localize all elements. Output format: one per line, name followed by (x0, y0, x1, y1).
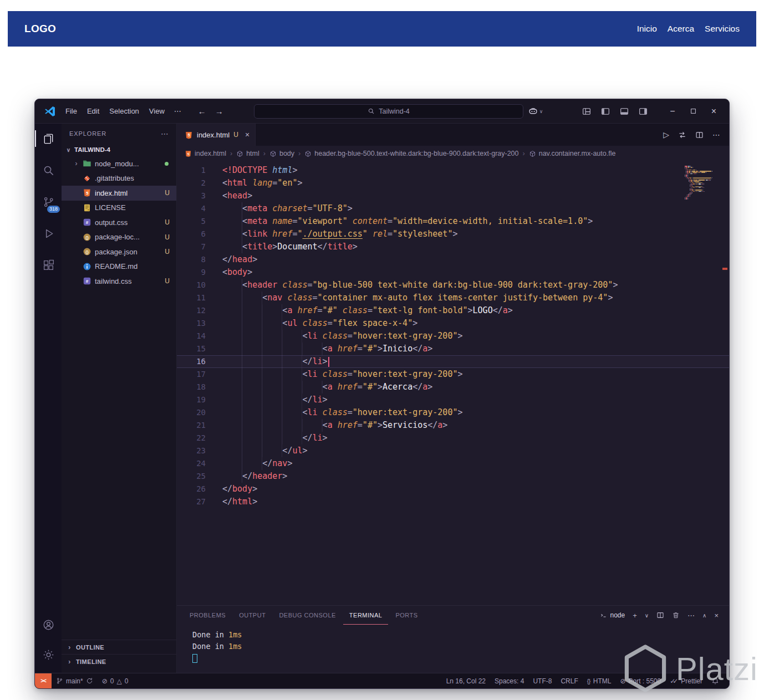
split-terminal-icon[interactable] (653, 611, 668, 619)
prettier-status[interactable]: ✓✓ Prettier (665, 673, 707, 688)
menu-edit[interactable]: Edit (82, 107, 104, 115)
encoding[interactable]: UTF-8 (528, 673, 556, 688)
notifications-bell[interactable] (707, 673, 724, 688)
code-line[interactable]: 27</html> (177, 495, 729, 508)
file-row-node-modu[interactable]: ›node_modu... (62, 156, 176, 171)
code-line[interactable]: 26</body> (177, 483, 729, 495)
close-window-button[interactable]: × (704, 106, 724, 116)
copilot-button[interactable]: ∨ (528, 106, 543, 116)
panel-tab-problems[interactable]: PROBLEMS (184, 606, 232, 625)
editor-more-actions[interactable]: ⋯ (708, 130, 725, 139)
panel-tab-ports[interactable]: PORTS (389, 606, 424, 625)
panel-tab-terminal[interactable]: TERMINAL (343, 606, 389, 625)
extensions-button[interactable] (35, 252, 62, 278)
more-menus-button[interactable]: ⋯ (170, 107, 186, 115)
code-line[interactable]: 13<ul class="flex space-x-4"> (177, 317, 729, 330)
section-outline[interactable]: ›OUTLINE (62, 640, 176, 654)
breadcrumb-item[interactable]: html (236, 150, 259, 157)
back-button[interactable]: ← (193, 106, 211, 116)
file-row-tailwind-css[interactable]: #tailwind.cssU (62, 274, 176, 289)
code-line[interactable]: 1<!DOCTYPE html> (177, 164, 729, 177)
code-line[interactable]: 22</li> (177, 432, 729, 444)
forward-button[interactable]: → (211, 106, 228, 116)
kill-terminal-icon[interactable] (668, 611, 684, 619)
panel-tab-debug-console[interactable]: DEBUG CONSOLE (273, 606, 342, 625)
code-line[interactable]: 21<a href="#">Servicios</a> (177, 419, 729, 432)
code-line[interactable]: 15<a href="#">Inicio</a> (177, 343, 729, 355)
code-line[interactable]: 24</nav> (177, 457, 729, 470)
code-line[interactable]: 8</head> (177, 253, 729, 266)
workspace-root-folder[interactable]: ∨ TAILWIND-4 (62, 143, 176, 156)
toggle-panel-icon[interactable] (616, 107, 633, 116)
panel-tab-output[interactable]: OUTPUT (233, 606, 272, 625)
terminal-dropdown-icon[interactable]: ∨ (641, 612, 653, 619)
explorer-button[interactable] (35, 126, 62, 151)
customize-layout-icon[interactable] (578, 107, 595, 116)
open-changes-icon[interactable] (674, 131, 691, 139)
menu-selection[interactable]: Selection (104, 107, 144, 115)
breadcrumb-item[interactable]: body (269, 150, 294, 157)
breadcrumb-item[interactable]: header.bg-blue-500.text-white.dark:bg-bl… (304, 150, 518, 157)
code-line[interactable]: 16</li> (177, 355, 729, 368)
cursor-position[interactable]: Ln 16, Col 22 (442, 673, 490, 688)
terminal-output[interactable]: Done in 1msDone in 1ms (177, 625, 729, 664)
code-line[interactable]: 14<li class="hover:text-gray-200"> (177, 330, 729, 343)
close-tab-icon[interactable]: × (242, 130, 249, 139)
file-row-index-html[interactable]: 5index.htmlU (62, 186, 176, 201)
language-mode[interactable]: {} HTML (583, 673, 616, 688)
live-server-port[interactable]: ⊘ Port : 5500 (615, 673, 665, 688)
problems-button[interactable]: ⊘ 0 △ 0 (98, 673, 133, 688)
breadcrumb-item[interactable]: 5index.html (185, 150, 226, 157)
code-line[interactable]: 4<meta charset="UTF-8"> (177, 202, 729, 215)
site-nav-link-inicio[interactable]: Inicio (637, 24, 657, 34)
code-line[interactable]: 18<a href="#">Acerca</a> (177, 381, 729, 394)
code-line[interactable]: 25</header> (177, 470, 729, 483)
editor-code-area[interactable]: 1<!DOCTYPE html>2<html lang="en">3<head>… (177, 161, 729, 605)
code-line[interactable]: 2<html lang="en"> (177, 177, 729, 190)
code-line[interactable]: 17<li class="hover:text-gray-200"> (177, 368, 729, 381)
search-button[interactable] (35, 157, 62, 183)
code-line[interactable]: 10<header class="bg-blue-500 text-white … (177, 279, 729, 292)
explorer-more-actions[interactable]: ⋯ (161, 129, 169, 138)
file-row-license[interactable]: LICENSE (62, 201, 176, 216)
indentation[interactable]: Spaces: 4 (490, 673, 528, 688)
maximize-panel-icon[interactable]: ∧ (699, 612, 710, 619)
code-line[interactable]: 20<li class="hover:text-gray-200"> (177, 406, 729, 419)
file-row-package-json[interactable]: {}package.jsonU (62, 244, 176, 259)
split-editor-icon[interactable] (691, 131, 708, 139)
menu-view[interactable]: View (144, 107, 170, 115)
site-nav-link-acerca[interactable]: Acerca (668, 24, 694, 34)
source-control-button[interactable]: 318 (35, 189, 62, 214)
code-line[interactable]: 11<nav class="container mx-auto flex ite… (177, 292, 729, 304)
maximize-button[interactable] (682, 108, 704, 115)
breadcrumb-item[interactable]: nav.container.mx-auto.fle (529, 150, 616, 157)
file-row-package-loc[interactable]: {}package-loc...U (62, 230, 176, 245)
menu-file[interactable]: File (60, 107, 82, 115)
file-row-output-css[interactable]: #output.cssU (62, 215, 176, 230)
tab-index-html[interactable]: 5 index.html U × (177, 124, 256, 146)
command-center-search[interactable]: Tailwind-4 (254, 104, 523, 119)
code-line[interactable]: 12<a href="#" class="text-lg font-bold">… (177, 304, 729, 317)
settings-button[interactable] (35, 642, 62, 667)
code-line[interactable]: 5<meta name="viewport" content="width=de… (177, 215, 729, 228)
code-line[interactable]: 6<link href="./output.css" rel="styleshe… (177, 228, 729, 241)
minimap[interactable] (685, 166, 720, 200)
remote-indicator[interactable]: >< (35, 673, 52, 688)
toggle-secondary-sidebar-icon[interactable] (635, 107, 651, 116)
terminal-shell-selector[interactable]: node (596, 611, 629, 619)
code-line[interactable]: 23</ul> (177, 444, 729, 457)
code-line[interactable]: 3<head> (177, 190, 729, 202)
site-nav-link-servicios[interactable]: Servicios (705, 24, 740, 34)
file-row-gitattributes[interactable]: .gitattributes (62, 171, 176, 186)
close-panel-icon[interactable]: × (710, 611, 722, 620)
code-line[interactable]: 7<title>Document</title> (177, 241, 729, 253)
account-button[interactable] (35, 612, 62, 637)
new-terminal-button[interactable]: + (629, 611, 641, 620)
eol-selector[interactable]: CRLF (556, 673, 582, 688)
code-line[interactable]: 19</li> (177, 394, 729, 406)
file-row-readme-md[interactable]: README.md (62, 259, 176, 274)
run-file-button[interactable]: ▷ (659, 130, 674, 139)
run-debug-button[interactable] (35, 221, 62, 246)
section-timeline[interactable]: ›TIMELINE (62, 654, 176, 668)
code-line[interactable]: 9<body> (177, 266, 729, 279)
